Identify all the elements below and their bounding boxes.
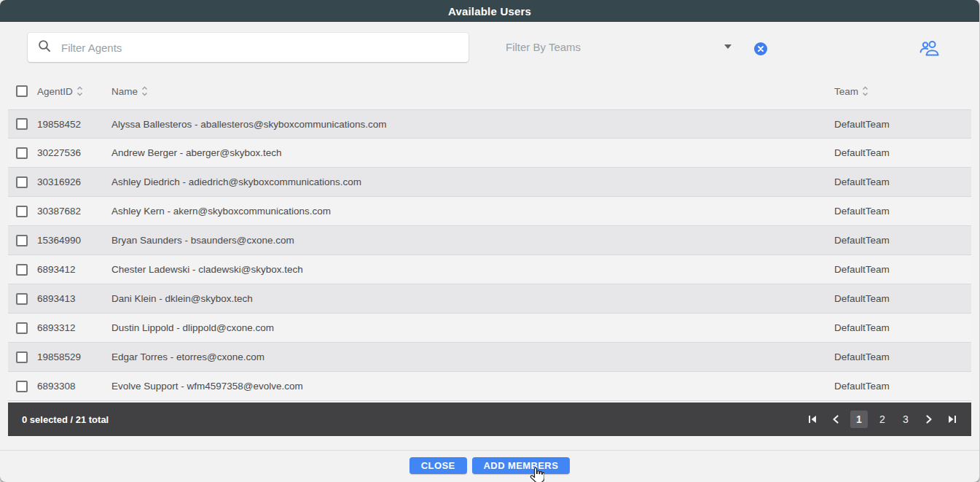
first-page-button[interactable] — [804, 411, 821, 428]
sort-icon — [77, 86, 83, 96]
dialog-title: Available Users — [448, 5, 531, 18]
column-header-agentid[interactable]: AgentID — [37, 86, 83, 97]
team-cell: DefaultTeam — [834, 119, 971, 130]
column-header-name[interactable]: Name — [111, 86, 148, 97]
clear-teams-filter-button[interactable] — [754, 42, 767, 55]
team-cell: DefaultTeam — [834, 381, 971, 392]
agent-filter-input[interactable] — [61, 42, 458, 54]
team-cell: DefaultTeam — [834, 206, 971, 217]
agent-name-cell: Dustin Lippold - dlippold@cxone.com — [111, 322, 834, 333]
filters-toolbar: Filter By Teams — [0, 22, 979, 73]
available-users-dialog: Available Users Filter By Teams — [0, 0, 980, 482]
agent-name-cell: Andrew Berger - aberger@skybox.tech — [111, 147, 834, 158]
agent-id-cell: 6893412 — [37, 264, 111, 275]
team-cell: DefaultTeam — [834, 147, 971, 158]
row-checkbox[interactable] — [16, 235, 28, 246]
people-group-icon[interactable] — [919, 39, 941, 59]
row-checkbox[interactable] — [16, 293, 28, 305]
team-cell: DefaultTeam — [834, 235, 971, 246]
table-row[interactable]: 30387682 Ashley Kern - akern@skyboxcommu… — [8, 197, 971, 226]
agent-id-cell: 30316926 — [37, 176, 111, 187]
row-checkbox[interactable] — [16, 118, 28, 130]
selection-summary: 0 selected / 21 total — [22, 414, 109, 425]
agent-id-cell: 30387682 — [37, 206, 111, 217]
agent-name-cell: Edgar Torres - etorres@cxone.com — [111, 351, 834, 362]
team-cell: DefaultTeam — [834, 176, 971, 187]
dialog-titlebar: Available Users — [0, 0, 979, 22]
table-row[interactable]: 19858452 Alyssa Ballesteros - aballester… — [8, 109, 971, 139]
agent-name-cell: Ashley Diedrich - adiedrich@skyboxcommun… — [111, 176, 834, 187]
divider — [0, 450, 979, 451]
table-row[interactable]: 6893312 Dustin Lippold - dlippold@cxone.… — [8, 314, 971, 343]
page-button-1[interactable]: 1 — [850, 411, 868, 428]
table-row[interactable]: 6893412 Chester Ladewski - cladewski@sky… — [8, 255, 971, 284]
agent-id-cell: 6893308 — [37, 381, 111, 392]
previous-page-button[interactable] — [827, 411, 844, 428]
agent-name-cell: Evolve Support - wfm4597358@evolve.com — [111, 381, 834, 392]
agent-id-cell: 6893312 — [37, 322, 111, 333]
agent-id-cell: 30227536 — [37, 147, 111, 158]
table-row[interactable]: 30316926 Ashley Diedrich - adiedrich@sky… — [8, 168, 971, 197]
page-button-3[interactable]: 3 — [897, 411, 914, 428]
teams-filter-select[interactable]: Filter By Teams — [506, 31, 736, 62]
team-cell: DefaultTeam — [834, 293, 971, 304]
agent-id-cell: 6893413 — [37, 293, 111, 304]
sort-icon — [862, 86, 869, 96]
team-cell: DefaultTeam — [834, 351, 971, 362]
teams-filter-placeholder: Filter By Teams — [506, 41, 581, 53]
page-button-2[interactable]: 2 — [874, 411, 891, 428]
agent-id-cell: 15364990 — [37, 235, 111, 246]
last-page-button[interactable] — [944, 411, 961, 428]
agent-name-cell: Chester Ladewski - cladewski@skybox.tech — [111, 264, 834, 275]
row-checkbox[interactable] — [16, 264, 28, 276]
agent-name-cell: Ashley Kern - akern@skyboxcommunications… — [111, 206, 834, 217]
row-checkbox[interactable] — [16, 322, 28, 334]
agent-name-cell: Dani Klein - dklein@skybox.tech — [111, 293, 834, 304]
column-header-team[interactable]: Team — [834, 86, 869, 97]
agent-id-cell: 19858452 — [37, 119, 111, 130]
sort-icon — [141, 86, 148, 96]
row-checkbox[interactable] — [16, 381, 28, 392]
row-checkbox[interactable] — [16, 351, 28, 363]
table-row[interactable]: 15364990 Bryan Saunders - bsaunders@cxon… — [8, 226, 971, 255]
table-row[interactable]: 19858529 Edgar Torres - etorres@cxone.co… — [8, 343, 971, 372]
team-cell: DefaultTeam — [834, 264, 971, 275]
table-header-row: AgentID Name — [8, 73, 971, 109]
add-members-button[interactable]: ADD MEMBERS — [472, 457, 571, 474]
next-page-button[interactable] — [920, 411, 938, 428]
agent-id-cell: 19858529 — [37, 351, 111, 362]
team-cell: DefaultTeam — [834, 322, 971, 333]
agent-name-cell: Bryan Saunders - bsaunders@cxone.com — [111, 235, 834, 246]
circle-x-icon — [757, 42, 764, 55]
close-button[interactable]: CLOSE — [409, 457, 467, 474]
search-icon — [38, 39, 51, 55]
pagination: 123 — [804, 411, 961, 428]
selection-footer-bar: 0 selected / 21 total 123 — [8, 403, 971, 436]
table-row[interactable]: 6893308 Evolve Support - wfm4597358@evol… — [8, 372, 971, 401]
row-checkbox[interactable] — [16, 147, 28, 159]
table-body: 19858452 Alyssa Ballesteros - aballester… — [8, 109, 971, 401]
table-row[interactable]: 30227536 Andrew Berger - aberger@skybox.… — [8, 139, 971, 168]
available-users-table: AgentID Name — [8, 73, 971, 401]
row-checkbox[interactable] — [16, 176, 28, 188]
table-row[interactable]: 6893413 Dani Klein - dklein@skybox.tech … — [8, 284, 971, 314]
dialog-actions-area: CLOSE ADD MEMBERS — [0, 436, 979, 482]
select-all-checkbox[interactable] — [16, 85, 28, 97]
row-checkbox[interactable] — [16, 206, 28, 217]
agent-filter-box — [28, 33, 469, 62]
agent-name-cell: Alyssa Ballesteros - aballesteros@skybox… — [111, 119, 834, 130]
chevron-down-icon — [724, 44, 732, 49]
